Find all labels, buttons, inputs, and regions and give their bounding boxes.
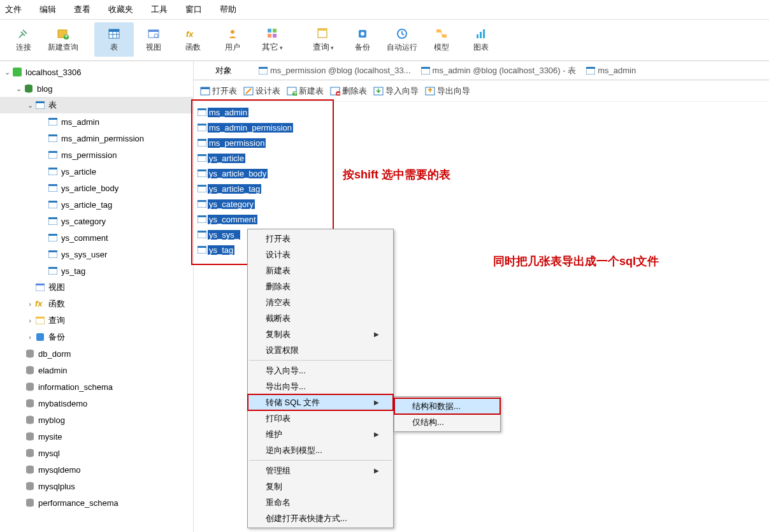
menu-tools[interactable]: 工具: [151, 4, 168, 15]
tree-table-item[interactable]: ms_admin_permission: [0, 130, 193, 147]
action-new-table[interactable]: +新建表: [284, 84, 326, 98]
menu-file[interactable]: 文件: [5, 4, 22, 15]
database-icon: [24, 382, 36, 392]
svg-rect-51: [48, 267, 57, 269]
tree-table-item[interactable]: ys_article: [0, 163, 193, 180]
ctx-create-shortcut[interactable]: 创建打开表快捷方式...: [248, 510, 393, 526]
tool-chart[interactable]: 图表: [461, 22, 501, 57]
tree-views[interactable]: 视图: [0, 279, 193, 296]
tab-admin[interactable]: ms_admin @blog (localhost_3306) - 表: [416, 62, 582, 79]
svg-rect-27: [483, 29, 485, 38]
svg-rect-53: [36, 284, 45, 285]
tree-backups[interactable]: ›备份: [0, 329, 193, 345]
tool-user[interactable]: 用户: [213, 22, 252, 57]
action-import[interactable]: 导入向导: [371, 84, 421, 98]
tree-database-closed[interactable]: eladmin: [0, 362, 193, 378]
menu-edit[interactable]: 编辑: [40, 4, 56, 15]
table-icon: [47, 266, 59, 276]
svg-rect-88: [198, 124, 206, 126]
ctx-delete-table[interactable]: 删除表: [248, 278, 393, 294]
selected-table-item[interactable]: ms_admin_permission: [198, 120, 765, 135]
table-icon: [107, 27, 121, 41]
submenu-structure-only[interactable]: 仅结构...: [394, 414, 500, 430]
tool-query[interactable]: 查询▾: [303, 22, 343, 57]
selected-table-item[interactable]: ys_comment: [198, 212, 765, 227]
selected-table-item[interactable]: ms_admin: [198, 104, 765, 120]
menu-help[interactable]: 帮助: [220, 4, 236, 15]
action-delete-table[interactable]: 删除表: [327, 84, 370, 98]
ctx-manage-group[interactable]: 管理组▶: [248, 463, 393, 478]
fx-icon: fx: [34, 299, 46, 309]
ctx-import-wizard[interactable]: 导入向导...: [248, 363, 393, 378]
tree-table-item[interactable]: ys_category: [0, 213, 193, 229]
tool-backup[interactable]: 备份: [343, 22, 382, 57]
ctx-empty-table[interactable]: 清空表: [248, 294, 393, 310]
ctx-open-table[interactable]: 打开表: [248, 231, 393, 247]
action-export[interactable]: 导出向导: [422, 84, 473, 98]
tree-functions[interactable]: ›fx函数: [0, 296, 193, 312]
ctx-maintain[interactable]: 维护▶: [248, 426, 393, 442]
tree-queries[interactable]: ›查询: [0, 312, 193, 329]
tool-model[interactable]: 模型: [422, 22, 461, 57]
svg-rect-82: [337, 93, 340, 94]
selected-table-item[interactable]: ys_category: [198, 196, 765, 212]
ctx-design-table[interactable]: 设计表: [248, 247, 393, 262]
tree-database-closed[interactable]: mysqlplus: [0, 478, 193, 494]
ctx-rename[interactable]: 重命名: [248, 494, 393, 510]
menu-view[interactable]: 查看: [74, 4, 90, 15]
tool-autorun[interactable]: 自动运行: [382, 22, 422, 57]
tab-permission[interactable]: ms_permission @blog (localhost_33...: [254, 63, 416, 78]
tab-admin2[interactable]: ms_admin: [581, 63, 641, 78]
table-icon: [47, 117, 59, 127]
svg-rect-26: [480, 32, 482, 38]
tool-connect[interactable]: 连接: [4, 22, 43, 57]
selected-table-item[interactable]: ys_article_tag: [198, 181, 765, 196]
tree-database-closed[interactable]: db_dorm: [0, 345, 193, 362]
tree-connection[interactable]: ⌄localhost_3306: [0, 64, 193, 80]
selected-table-item[interactable]: ys_article: [198, 150, 765, 166]
ctx-export-wizard[interactable]: 导出向导...: [248, 378, 393, 394]
tool-newquery[interactable]: +新建查询: [43, 22, 83, 57]
tree-database-closed[interactable]: performance_schema: [0, 494, 193, 511]
tree-table-item[interactable]: ys_tag: [0, 262, 193, 279]
tree-tables-node[interactable]: ⌄表: [0, 97, 193, 113]
ctx-copy[interactable]: 复制: [248, 478, 393, 494]
menu-window[interactable]: 窗口: [185, 4, 202, 15]
tree-table-item[interactable]: ys_sys_user: [0, 246, 193, 262]
view-icon: [34, 282, 46, 292]
ctx-reverse-to-model[interactable]: 逆向表到模型...: [248, 442, 393, 458]
tool-function[interactable]: fx函数: [173, 22, 213, 57]
tree-database-closed[interactable]: mysqldemo: [0, 461, 193, 478]
ctx-copy-table[interactable]: 复制表▶: [248, 326, 393, 342]
tree-database-closed[interactable]: myblog: [0, 412, 193, 428]
svg-rect-94: [198, 169, 206, 171]
tree-database[interactable]: ⌄blog: [0, 80, 193, 97]
tree-table-item[interactable]: ms_admin: [0, 113, 193, 130]
svg-rect-98: [198, 200, 206, 202]
action-design-table[interactable]: 设计表: [241, 84, 283, 98]
tree-table-item[interactable]: ys_article_tag: [0, 196, 193, 213]
submenu-structure-data[interactable]: 结构和数据...: [394, 398, 500, 414]
action-open-table[interactable]: 打开表: [198, 84, 240, 98]
ctx-print-table[interactable]: 打印表: [248, 410, 393, 426]
tree-database-closed[interactable]: mysite: [0, 428, 193, 445]
tree-database-closed[interactable]: mysql: [0, 445, 193, 461]
tree-table-item[interactable]: ys_article_body: [0, 180, 193, 196]
menu-favorites[interactable]: 收藏夹: [108, 4, 133, 15]
ctx-truncate-table[interactable]: 截断表: [248, 310, 393, 326]
ctx-new-table[interactable]: 新建表: [248, 262, 393, 278]
annotation-text-1: 按shift 选中需要的表: [343, 167, 450, 182]
tool-view[interactable]: 视图: [134, 22, 173, 57]
tree-database-closed[interactable]: mybatisdemo: [0, 395, 193, 412]
tree-database-closed[interactable]: information_schema: [0, 378, 193, 395]
selected-table-item[interactable]: ms_permission: [198, 135, 765, 150]
sidebar: ⌄localhost_3306 ⌄blog ⌄表 ms_adminms_admi…: [0, 61, 194, 532]
selected-table-item[interactable]: ys_article_body: [198, 166, 765, 181]
ctx-dump-sql[interactable]: 转储 SQL 文件▶: [248, 394, 393, 410]
tree-table-item[interactable]: ys_comment: [0, 229, 193, 246]
tree-table-item[interactable]: ms_permission: [0, 147, 193, 163]
tool-other[interactable]: 其它▾: [252, 22, 292, 57]
ctx-set-permission[interactable]: 设置权限: [248, 342, 393, 358]
tab-objects[interactable]: 对象: [194, 62, 254, 79]
tool-table[interactable]: 表: [94, 22, 134, 57]
